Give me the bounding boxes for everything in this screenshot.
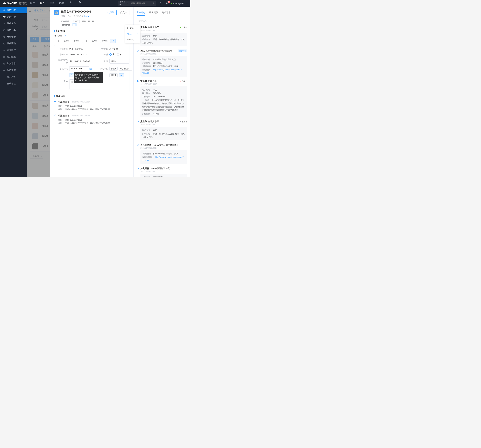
nav-customer[interactable]: 客户 [40,0,45,7]
mobile-icon[interactable] [158,1,163,5]
delete-icon: ⊟ [3,62,5,65]
edit-tags-icon[interactable]: ✎ [65,35,67,37]
phone-input[interactable] [69,66,89,71]
timeline-item: 购买 4399理财课进阶课程大礼包查看详情2021/01/30 01:38:27… [138,49,187,80]
sidebar-item-students[interactable]: ▽我的学员 [0,20,27,27]
sidebar-item-friends[interactable]: ⟳我的好友 [0,7,27,13]
timeline-item: 报名单 创建人小王已失败2020/01/30 01:38:27客户经理：小王客户… [138,80,187,120]
user-icon[interactable] [69,0,73,4]
building-icon: 🏢 [54,10,59,15]
dropdown-item[interactable]: 师馨薇 [125,25,140,31]
chevron-down-icon: ⌄ [127,2,128,5]
timeline-item: 加入群聊 759-59班理财训练营2021/01/30 01:38:27入群方式… [138,167,187,177]
dropdown-item[interactable]: 张三✓ [125,31,140,37]
tag[interactable]: 高意向 [90,39,99,43]
status-dot [171,3,172,4]
log-item: 小王 更新了2021/01/30 01:38:27微信：空值-136721828… [55,100,129,114]
tag[interactable]: 中意向 [72,39,81,43]
nav-qc[interactable]: 质检 [49,0,54,7]
tag[interactable]: 中意向 [100,39,109,43]
svg-line-2 [154,3,155,4]
search-type-select[interactable]: 手机号码⌄ [118,0,130,6]
sidebar-item-lost[interactable]: ⇢流失客户 [0,47,27,54]
top-nav: 推广 客户 质检 数据 [30,0,82,7]
svg-rect-3 [160,2,161,4]
place-order-button[interactable]: 代下单 [105,10,117,15]
tab-dynamics[interactable]: 客户动态 [137,10,145,16]
chevron-down-icon: ⌄ [185,2,187,5]
customer-title: 微信名称6789990000966 [61,10,103,14]
tag[interactable]: 一般 [82,39,89,43]
sidebar-item-orders[interactable]: ⊞我的订单 [0,27,27,33]
group-tag[interactable]: 群聊一群大群 [81,20,95,23]
deposit-button[interactable]: 交定金 [118,10,129,15]
funnel-icon: ▽ [3,22,5,25]
phone-icon: ✆ [3,36,5,38]
order-icon: ⊞ [3,29,5,31]
dropdown-item[interactable]: 俱保咏 [125,37,140,42]
exit-icon: ⇢ [3,49,5,52]
chevron-up-icon: ▴ [88,15,89,17]
tags-label: 客户标签 [54,34,63,38]
group-tag[interactable]: 群聊三 [72,20,80,23]
phone-icon[interactable] [78,0,82,4]
manager-dropdown-trigger[interactable]: 张三 ▴ [83,15,89,17]
log-item: 小王 更新了2021/01/30 01:38:27微信：空值-136721828… [55,114,129,127]
chevron-down-icon: ⌄ [184,20,186,22]
box-icon: ⊡ [3,42,5,45]
sidebar-item-delete[interactable]: ⊟删人记录 [0,60,27,67]
search-icon [153,2,155,4]
sidebar-sub-group-tags[interactable]: 群聊标签 [0,80,27,87]
sidebar-item-calls[interactable]: ✆电话记录 [0,33,27,40]
bell-icon[interactable]: 5 [165,1,169,5]
inherit-icon: ⊟ [3,56,5,58]
sidebar-item-groups[interactable]: 💬我的群聊 [0,13,27,20]
ptag[interactable]: 个人标签12 [119,67,132,70]
search-button[interactable] [151,2,156,5]
tab-chat-log[interactable]: 聊天记录 [149,10,158,16]
sidebar-item-products[interactable]: ⊡我的商品 [0,40,27,47]
customer-panel: 🏢 微信名称6789990000966 昵称：小王 客户经理：张三 ▴ 所在群聊… [50,7,190,177]
group-tag[interactable]: 群聊六群 [61,23,71,27]
sidebar-item-inherit[interactable]: ⊟客户继承 [0,54,27,60]
chevron-up-icon: ⌃ [22,69,24,71]
wechat-input[interactable] [109,59,129,63]
search-input[interactable] [130,2,151,5]
check-icon: ✓ [136,33,138,35]
group-more[interactable]: +4 [72,23,77,26]
cloud-icon [3,2,6,5]
ptag[interactable]: 标签1 [109,67,118,70]
manager-dropdown: 师馨薇 张三✓ 俱保咏 [125,25,140,43]
tag[interactable]: 一般 [54,39,61,43]
tag[interactable]: 高意向 [62,39,71,43]
section-customer-info: 客户信息 [54,29,129,32]
ptag[interactable]: 标签1 [109,73,118,77]
svg-point-0 [70,1,71,2]
logo[interactable]: 云朵CRM 教育机构一站式服务云平台 [0,2,27,5]
badge-count: 5 [167,1,170,3]
user-menu[interactable]: manager11⌄ [171,2,187,5]
sidebar: ⟳我的好友 💬我的群聊 ▽我的学员 ⊞我的订单 ✆电话记录 ⊡我的商品 ⇢流失客… [0,7,27,177]
nav-data[interactable]: 数据 [59,0,64,7]
view-detail-button[interactable]: 查看详情 [178,49,187,52]
phone-tooltip: 查询到此手机号码在系统中已存在，可以将两条客户数据合并为一条 [74,72,103,83]
svg-point-1 [153,2,154,3]
topbar: 云朵CRM 教育机构一站式服务云平台 推广 客户 质检 数据 手机号码⌄ 5 m… [0,0,190,7]
ptag-more[interactable]: +4 [119,73,124,77]
tag-more[interactable]: +4 [110,39,116,43]
sidebar-item-tags[interactable]: ✂标签管理⌃ [0,67,27,74]
search-group: 手机号码⌄ [118,1,156,6]
timeline-item: 定金单 创建人小王已取消2020/01/30 01:38:27跟单方式：电话跟单… [138,120,187,143]
timeline-item: 进入直播间 759-59班第三期理财直播课2021/01/30 01:38:27… [138,143,187,167]
tab-order-log[interactable]: 订单记录 [162,10,171,16]
radio-female[interactable]: 女 [117,53,122,56]
chat-icon: 💬 [3,15,5,18]
nav-promo[interactable]: 推广 [30,0,35,7]
section-mod-log: 修改记录 [54,95,129,98]
sidebar-sub-customer-tags[interactable]: 客户标签 [0,74,27,80]
radio-male[interactable]: 男 [109,53,115,56]
timeline-item: 定金单 创建人小王已完成2020/01/30 01:38:27跟单方式：电话跟单… [138,26,187,49]
dynamics-filter-select[interactable]: 全部动态⌄ [137,18,187,23]
refresh-icon: ⟳ [3,9,5,11]
contacts-icon[interactable]: ⊞ [89,67,91,70]
